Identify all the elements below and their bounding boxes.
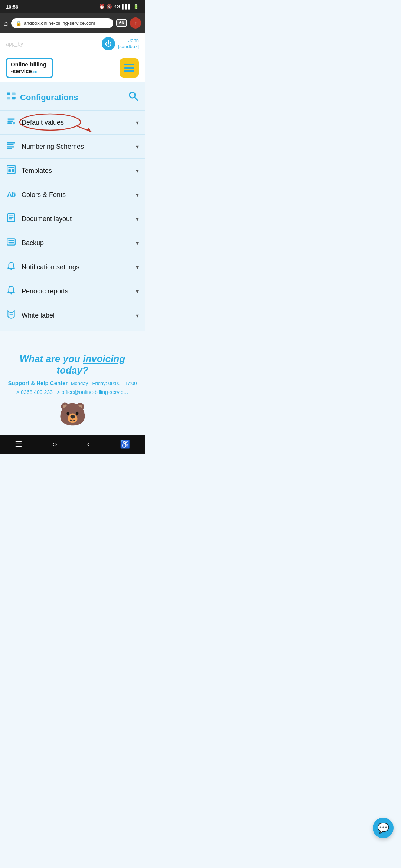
logo[interactable]: Online-billing- -service.com xyxy=(6,58,53,78)
menu-item-numbering-schemes[interactable]: Numbering Schemes ▾ xyxy=(0,134,145,158)
status-time: 10:56 xyxy=(6,4,18,10)
user-section[interactable]: ⏻ John [sandbox] xyxy=(102,37,139,50)
hamburger-line-1 xyxy=(124,64,134,65)
svg-point-31 xyxy=(10,293,12,294)
colors-fonts-label: Colors & Fonts xyxy=(22,191,66,199)
svg-rect-16 xyxy=(7,148,12,149)
home-icon[interactable]: ⌂ xyxy=(4,19,8,27)
templates-chevron: ▾ xyxy=(136,167,139,174)
periodic-reports-icon xyxy=(6,285,16,297)
nav-menu-icon[interactable]: ☰ xyxy=(15,440,22,449)
svg-rect-3 xyxy=(12,97,15,99)
periodic-reports-label: Periodic reports xyxy=(22,287,68,295)
app-header: app_by ⏻ John [sandbox] xyxy=(0,33,145,55)
lock-icon: 🔒 xyxy=(16,20,22,26)
menu-item-periodic-reports[interactable]: Periodic reports ▾ xyxy=(0,279,145,303)
hamburger-line-2 xyxy=(124,67,134,69)
hamburger-button[interactable] xyxy=(120,58,139,78)
menu-item-colors-fonts[interactable]: Ab C Colors & Fonts ▾ xyxy=(0,183,145,207)
menu-item-backup[interactable]: Backup ▾ xyxy=(0,231,145,255)
footer-support-label: Support & Help Center xyxy=(8,380,68,386)
document-layout-icon xyxy=(6,213,16,225)
section-title: Configurations xyxy=(20,93,78,102)
logo-text: Online-billing- -service.com xyxy=(11,61,48,75)
menu-item-notification-settings[interactable]: Notification settings ▾ xyxy=(0,255,145,279)
footer-email: > office@online-billing-servic… xyxy=(57,389,128,395)
data-icon: 4G xyxy=(114,4,120,9)
svg-rect-17 xyxy=(7,165,15,174)
svg-rect-8 xyxy=(7,122,12,124)
svg-point-9 xyxy=(13,122,15,125)
menu-item-templates[interactable]: Templates ▾ xyxy=(0,158,145,183)
battery-icon: 🔋 xyxy=(133,4,139,9)
section-title-area: Configurations xyxy=(6,91,78,104)
footer-contact: > 0368 409 233 > office@online-billing-s… xyxy=(7,389,137,395)
upload-button[interactable]: ↑ xyxy=(130,17,141,29)
footer-bear-image: 🐻 xyxy=(7,401,137,427)
nav-home-icon[interactable]: ○ xyxy=(52,440,57,449)
browser-bar: ⌂ 🔒 andbox.online-billing-service.com 66… xyxy=(0,13,145,33)
search-button[interactable] xyxy=(128,91,139,104)
logo-menu-row: Online-billing- -service.com xyxy=(0,55,145,82)
default-values-label: Default values xyxy=(22,119,64,126)
footer-support-line: Support & Help Center Monday - Friday: 0… xyxy=(7,380,137,386)
footer-headline-2: invoicing xyxy=(83,353,125,364)
default-values-chevron: ▾ xyxy=(136,119,139,126)
status-icons: ⏰ 🔇 4G ▌▌▌ 🔋 xyxy=(99,4,139,9)
svg-text:C: C xyxy=(12,191,16,198)
hamburger-line-3 xyxy=(124,70,134,72)
footer-phone: > 0368 409 233 xyxy=(16,389,53,395)
footer: What are you invoicing today? Support & … xyxy=(0,331,145,435)
document-layout-chevron: ▾ xyxy=(136,216,139,223)
svg-rect-27 xyxy=(7,239,15,245)
power-icon[interactable]: ⏻ xyxy=(102,37,115,50)
url-text: andbox.online-billing-service.com xyxy=(24,20,95,26)
notification-settings-icon xyxy=(6,261,16,273)
notification-settings-chevron: ▾ xyxy=(136,264,139,271)
numbering-schemes-icon xyxy=(6,141,16,152)
menu-item-document-layout[interactable]: Document layout ▾ xyxy=(0,207,145,231)
main-content: Configurations Default valu xyxy=(0,82,145,331)
document-layout-label: Document layout xyxy=(22,215,72,223)
footer-hours: Monday - Friday: 09:00 - 17:00 xyxy=(71,381,137,386)
configurations-icon xyxy=(6,91,16,104)
footer-headline: What are you invoicing today? xyxy=(7,353,137,376)
url-bar[interactable]: 🔒 andbox.online-billing-service.com xyxy=(11,18,113,28)
user-name: John [sandbox] xyxy=(118,37,139,50)
mute-icon: 🔇 xyxy=(107,4,112,9)
signal-icon: ▌▌▌ xyxy=(122,4,131,9)
svg-rect-24 xyxy=(9,216,14,216)
svg-rect-7 xyxy=(7,121,13,122)
status-bar: 10:56 ⏰ 🔇 4G ▌▌▌ 🔋 xyxy=(0,0,145,13)
default-values-wrapper: Default values ▾ xyxy=(0,110,145,134)
section-header: Configurations xyxy=(0,86,145,109)
bottom-nav: ☰ ○ ‹ ♿ xyxy=(0,435,145,454)
templates-icon xyxy=(6,165,16,177)
svg-rect-14 xyxy=(7,144,13,145)
backup-label: Backup xyxy=(22,239,44,247)
alarm-icon: ⏰ xyxy=(99,4,105,9)
footer-headline-3: today? xyxy=(56,365,88,376)
nav-back-icon[interactable]: ‹ xyxy=(87,440,90,449)
app-by-label: app_by xyxy=(6,41,23,47)
svg-rect-19 xyxy=(8,169,11,172)
svg-rect-15 xyxy=(7,146,14,147)
svg-rect-6 xyxy=(7,118,15,119)
notification-settings-label: Notification settings xyxy=(22,263,79,271)
menu-item-default-values[interactable]: Default values ▾ xyxy=(0,110,145,134)
tab-count[interactable]: 66 xyxy=(116,19,127,27)
svg-rect-13 xyxy=(7,142,15,143)
backup-chevron: ▾ xyxy=(136,240,139,247)
white-label-icon xyxy=(6,309,16,321)
nav-accessibility-icon[interactable]: ♿ xyxy=(120,440,130,449)
svg-rect-0 xyxy=(7,92,10,95)
svg-rect-2 xyxy=(7,97,10,99)
footer-headline-1: What are you xyxy=(20,353,80,364)
white-label-label: White label xyxy=(22,312,55,319)
svg-rect-28 xyxy=(8,240,14,241)
svg-rect-18 xyxy=(8,167,14,168)
white-label-chevron: ▾ xyxy=(136,312,139,319)
menu-item-white-label[interactable]: White label ▾ xyxy=(0,303,145,327)
svg-point-30 xyxy=(10,269,12,270)
svg-line-5 xyxy=(135,98,138,101)
